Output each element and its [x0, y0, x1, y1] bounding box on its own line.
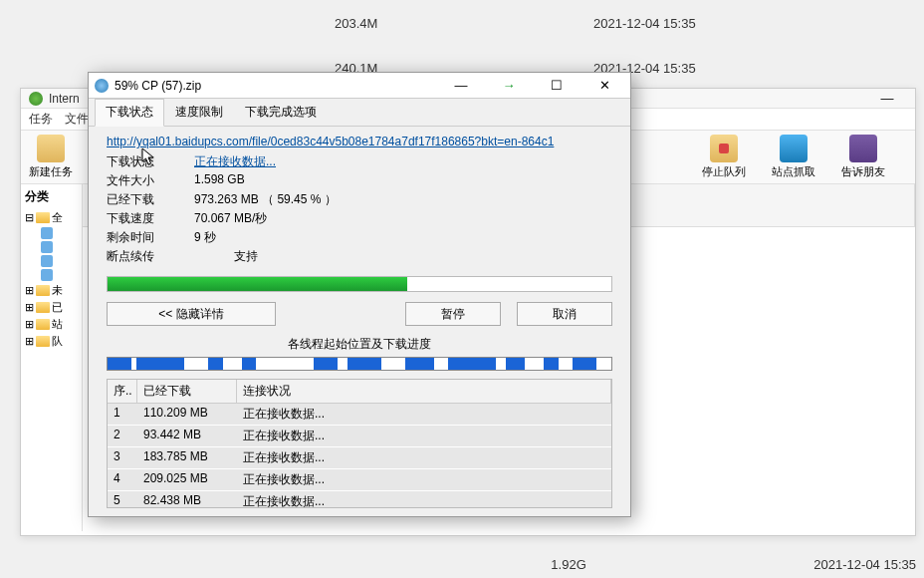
thread-idx: 5 — [108, 491, 137, 508]
th-downloaded[interactable]: 已经下载 — [137, 380, 237, 403]
status-label: 下载状态 — [107, 153, 194, 170]
sidebar-leaf[interactable] — [25, 254, 78, 268]
tree-expander-icon[interactable]: ⊞ — [25, 318, 34, 331]
download-dialog: 59% CP (57).zip — → ☐ ✕ 下载状态 速度限制 下载完成选项… — [88, 72, 631, 517]
resume-value: 支持 — [194, 248, 258, 265]
thread-segment — [136, 358, 184, 370]
dialog-titlebar[interactable]: 59% CP (57).zip — → ☐ ✕ — [89, 73, 630, 99]
thread-status: 正在接收数据... — [237, 426, 611, 446]
sidebar: 分类 ⊟全⊞未⊞已⊞站⊞队 — [21, 184, 83, 531]
tell-friend-label: 告诉朋友 — [841, 164, 885, 179]
download-icon — [95, 79, 109, 93]
thread-segment — [525, 358, 544, 370]
sidebar-leaf[interactable] — [25, 240, 78, 254]
tab-on-complete[interactable]: 下载完成选项 — [234, 99, 328, 126]
thread-segment — [381, 358, 405, 370]
sidebar-leaf[interactable] — [25, 268, 78, 282]
thread-status: 正在接收数据... — [237, 447, 611, 468]
speed-value: 70.067 MB/秒 — [194, 210, 267, 227]
thread-row[interactable]: 582.438 MB正在接收数据... — [108, 491, 611, 508]
thread-segment — [347, 358, 381, 370]
sidebar-item-label: 已 — [52, 300, 63, 315]
sidebar-item[interactable]: ⊞已 — [25, 299, 78, 316]
sidebar-item[interactable]: ⊞未 — [25, 282, 78, 299]
thread-segment — [496, 358, 506, 370]
downloaded-label: 已经下载 — [107, 191, 194, 208]
tab-speed-limit[interactable]: 速度限制 — [164, 99, 234, 126]
file-size: 203.4M — [335, 16, 593, 31]
speed-label: 下载速度 — [107, 210, 194, 227]
minimize-button[interactable]: — — [867, 89, 907, 109]
site-grab-button[interactable]: 站点抓取 — [772, 135, 815, 179]
menu-file[interactable]: 文件 — [65, 111, 89, 128]
sidebar-item[interactable]: ⊞队 — [25, 333, 78, 350]
arrow-icon[interactable]: → — [489, 76, 529, 96]
tree-expander-icon[interactable]: ⊞ — [25, 284, 34, 297]
folder-icon — [36, 336, 50, 347]
sidebar-item-label: 站 — [52, 317, 63, 332]
thread-segment — [405, 358, 434, 370]
maximize-button[interactable]: ☐ — [537, 76, 577, 96]
status-value[interactable]: 正在接收数据... — [194, 153, 276, 170]
thread-segment — [559, 358, 573, 370]
thread-segment — [208, 358, 222, 370]
tree-expander-icon[interactable]: ⊞ — [25, 301, 34, 314]
menu-tasks[interactable]: 任务 — [29, 111, 53, 128]
thread-downloaded: 183.785 MB — [137, 447, 237, 468]
folder-icon — [36, 285, 50, 296]
stop-queue-label: 停止队列 — [702, 164, 746, 179]
thread-row[interactable]: 1110.209 MB正在接收数据... — [108, 404, 611, 426]
sidebar-item[interactable]: ⊞站 — [25, 316, 78, 333]
thread-segment — [314, 358, 338, 370]
thread-idx: 4 — [108, 469, 137, 490]
footer-date: 2021-12-04 15:35 — [813, 557, 916, 572]
thread-row[interactable]: 4209.025 MB正在接收数据... — [108, 469, 611, 491]
folder-icon — [36, 302, 50, 313]
file-date: 2021-12-04 15:35 — [593, 16, 696, 31]
dialog-title: 59% CP (57).zip — [115, 79, 441, 93]
thread-segment — [242, 358, 256, 370]
thread-segment — [573, 358, 596, 370]
new-task-label: 新建任务 — [29, 164, 73, 179]
stop-icon — [710, 135, 738, 162]
progress-bar — [107, 276, 612, 292]
thread-segment — [184, 358, 208, 370]
th-index[interactable]: 序.. — [108, 380, 137, 403]
close-button[interactable]: ✕ — [584, 76, 624, 96]
thread-segment — [434, 358, 448, 370]
download-url[interactable]: http://yqal01.baidupcs.com/file/0ced83c4… — [107, 135, 612, 148]
tab-strip: 下载状态 速度限制 下载完成选项 — [89, 99, 630, 127]
thread-segment — [544, 358, 558, 370]
thread-row[interactable]: 293.442 MB正在接收数据... — [108, 426, 611, 447]
category-heading: 分类 — [25, 188, 78, 205]
thread-segment — [448, 358, 496, 370]
new-task-button[interactable]: 新建任务 — [29, 135, 73, 179]
tree-expander-icon[interactable]: ⊟ — [25, 211, 34, 224]
sidebar-leaf[interactable] — [25, 226, 78, 240]
thread-segment — [506, 358, 525, 370]
site-grab-icon — [780, 135, 808, 162]
sidebar-item[interactable]: ⊟全 — [25, 209, 78, 226]
tab-status[interactable]: 下载状态 — [95, 99, 164, 127]
thread-table[interactable]: 序.. 已经下载 连接状况 1110.209 MB正在接收数据...293.44… — [107, 379, 612, 508]
thread-row[interactable]: 3183.785 MB正在接收数据... — [108, 447, 611, 469]
pause-button[interactable]: 暂停 — [405, 302, 501, 326]
tree-expander-icon[interactable]: ⊞ — [25, 335, 34, 348]
thread-downloaded: 110.209 MB — [137, 404, 237, 425]
remain-label: 剩余时间 — [107, 229, 194, 246]
site-grab-label: 站点抓取 — [772, 164, 815, 179]
thread-idx: 3 — [108, 447, 137, 468]
folder-icon — [36, 212, 50, 223]
footer-size: 1.92G — [551, 557, 813, 572]
stop-queue-button[interactable]: 停止队列 — [702, 135, 746, 179]
folder-icon — [36, 319, 50, 330]
threads-label: 各线程起始位置及下载进度 — [107, 336, 612, 353]
remain-value: 9 秒 — [194, 229, 216, 246]
cancel-button[interactable]: 取消 — [517, 302, 612, 326]
tell-friend-button[interactable]: 告诉朋友 — [841, 135, 885, 179]
sidebar-item-label: 未 — [52, 283, 63, 298]
file-row[interactable]: 203.4M2021-12-04 15:35 — [327, 12, 924, 35]
hide-details-button[interactable]: << 隐藏详情 — [107, 302, 276, 326]
th-status[interactable]: 连接状况 — [237, 380, 611, 403]
minimize-button[interactable]: — — [441, 76, 481, 96]
